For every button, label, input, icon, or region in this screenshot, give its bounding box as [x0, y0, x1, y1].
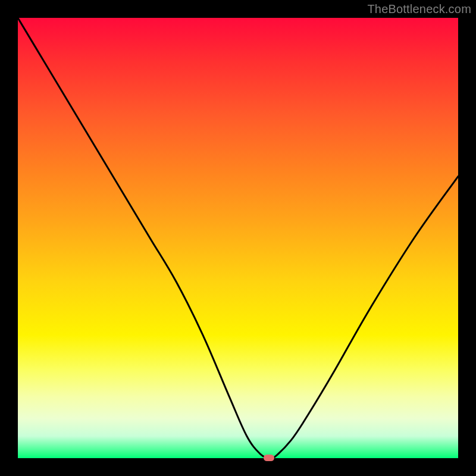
chart-frame: TheBottleneck.com [0, 0, 476, 476]
bottleneck-curve [18, 18, 458, 458]
watermark-text: TheBottleneck.com [367, 2, 471, 16]
plot-area [18, 18, 458, 458]
bottleneck-marker [264, 455, 274, 461]
